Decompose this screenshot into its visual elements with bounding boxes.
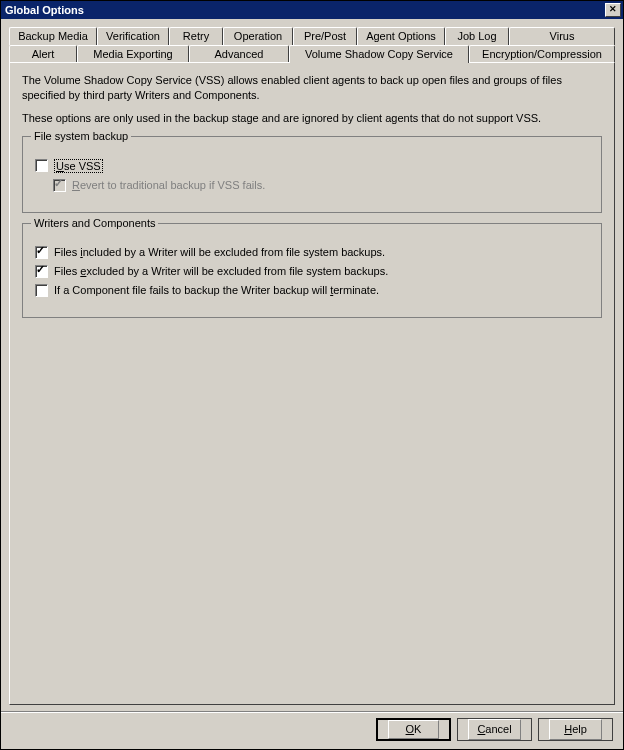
legend-writers-components: Writers and Components	[31, 217, 158, 229]
tab-encryption[interactable]: Encryption/Compression	[469, 45, 615, 63]
tab-retry[interactable]: Retry	[169, 27, 223, 45]
tab-row-1: Backup Media Verification Retry Operatio…	[9, 27, 615, 45]
titlebar: Global Options ✕	[1, 1, 623, 19]
label-terminate-on-fail: If a Component file fails to backup the …	[54, 284, 379, 296]
tab-verification[interactable]: Verification	[97, 27, 169, 45]
option-use-vss: Use VSS	[35, 159, 589, 173]
cancel-button[interactable]: Cancel	[457, 718, 532, 741]
tab-advanced[interactable]: Advanced	[189, 45, 289, 63]
tab-agent-options[interactable]: Agent Options	[357, 27, 445, 45]
label-revert-traditional: Revert to traditional backup if VSS fail…	[72, 179, 265, 191]
checkbox-terminate-on-fail[interactable]	[35, 284, 48, 297]
tab-job-log[interactable]: Job Log	[445, 27, 509, 45]
checkbox-files-included[interactable]	[35, 246, 48, 259]
tab-row-2: Alert Media Exporting Advanced Volume Sh…	[9, 45, 615, 63]
button-bar: OK Cancel Help	[1, 711, 623, 749]
tab-backup-media[interactable]: Backup Media	[9, 27, 97, 45]
help-button[interactable]: Help	[538, 718, 613, 741]
tabs: Backup Media Verification Retry Operatio…	[9, 27, 615, 63]
tab-operation[interactable]: Operation	[223, 27, 293, 45]
option-terminate-on-fail: If a Component file fails to backup the …	[35, 284, 589, 297]
checkbox-revert-traditional	[53, 179, 66, 192]
option-files-excluded: Files excluded by a Writer will be exclu…	[35, 265, 589, 278]
window-title: Global Options	[5, 4, 84, 16]
option-files-included: Files included by a Writer will be exclu…	[35, 246, 589, 259]
global-options-window: Global Options ✕ Backup Media Verificati…	[0, 0, 624, 750]
checkbox-files-excluded[interactable]	[35, 265, 48, 278]
checkbox-use-vss[interactable]	[35, 159, 48, 172]
tab-alert[interactable]: Alert	[9, 45, 77, 63]
fieldset-file-system-backup: File system backup Use VSS Revert to tra…	[22, 136, 602, 213]
legend-file-system-backup: File system backup	[31, 130, 131, 142]
vss-description-2: These options are only used in the backu…	[22, 111, 602, 126]
tab-panel-vss: The Volume Shadow Copy Service (VSS) all…	[9, 62, 615, 705]
label-files-excluded: Files excluded by a Writer will be exclu…	[54, 265, 388, 277]
label-use-vss: Use VSS	[54, 159, 103, 173]
dialog-body: Backup Media Verification Retry Operatio…	[1, 19, 623, 711]
ok-button[interactable]: OK	[376, 718, 451, 741]
vss-description-1: The Volume Shadow Copy Service (VSS) all…	[22, 73, 602, 103]
option-revert-traditional: Revert to traditional backup if VSS fail…	[53, 179, 589, 192]
tab-virus[interactable]: Virus	[509, 27, 615, 45]
fieldset-writers-components: Writers and Components Files included by…	[22, 223, 602, 318]
label-files-included: Files included by a Writer will be exclu…	[54, 246, 385, 258]
tab-media-exporting[interactable]: Media Exporting	[77, 45, 189, 63]
close-icon[interactable]: ✕	[605, 3, 621, 17]
tab-vss[interactable]: Volume Shadow Copy Service	[289, 45, 469, 63]
tab-pre-post[interactable]: Pre/Post	[293, 27, 357, 45]
